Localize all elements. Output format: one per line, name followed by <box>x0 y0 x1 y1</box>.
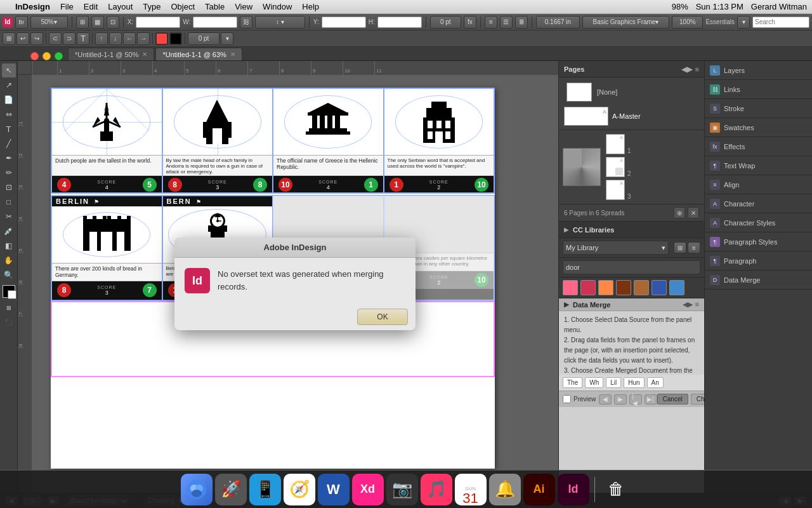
field-lil[interactable]: Lil <box>606 377 621 388</box>
field-wh[interactable]: Wh <box>585 377 603 388</box>
y-input[interactable] <box>322 17 366 28</box>
field-an[interactable]: An <box>647 377 664 388</box>
next-record[interactable]: ▶ <box>614 394 627 404</box>
hand-tool[interactable]: ✋ <box>2 253 16 267</box>
tab-1[interactable]: *Untitled-1-1 @ 50% ✕ <box>68 48 154 60</box>
page-thumb-3[interactable]: A <box>606 180 625 200</box>
dm-expand[interactable]: ◀▶ <box>683 300 693 309</box>
essentials-dropdown[interactable]: ▾ <box>737 16 750 29</box>
pen-tool[interactable]: ✒ <box>2 151 16 165</box>
app-name[interactable]: InDesign <box>15 2 50 11</box>
rect-tool[interactable]: □ <box>2 195 16 209</box>
tool-btn-1[interactable]: ⊞ <box>3 32 15 45</box>
x-input[interactable] <box>136 17 180 28</box>
panel-item-paragraph[interactable]: ¶ Paragraph <box>705 251 812 271</box>
frame-dropdown[interactable]: Basic Graphics Frame ▾ <box>582 16 669 29</box>
panel-item-char-styles[interactable]: A Character Styles <box>705 213 812 232</box>
first-record[interactable]: |◀ <box>629 394 642 404</box>
menu-help[interactable]: Help <box>302 2 319 11</box>
inches-display[interactable]: 0.1667 in <box>536 16 580 29</box>
prev-record[interactable]: ◀ <box>599 394 612 404</box>
w-input[interactable] <box>193 17 237 28</box>
panel-item-stroke[interactable]: S Stroke <box>705 99 812 118</box>
stroke-style[interactable]: ▾ <box>221 32 233 45</box>
swatch-6[interactable] <box>652 280 667 295</box>
menu-view[interactable]: View <box>235 2 252 11</box>
h-input[interactable] <box>377 17 422 28</box>
align-center[interactable]: ☰ <box>500 16 513 29</box>
swatch-1[interactable] <box>563 280 578 295</box>
menu-table[interactable]: Table <box>205 2 225 11</box>
eyedropper-tool[interactable]: 💉 <box>2 224 16 238</box>
tool-type[interactable]: T <box>77 32 89 45</box>
scissors-tool[interactable]: ✂ <box>2 210 16 224</box>
swatch-4[interactable] <box>616 280 631 295</box>
gradient-tool[interactable]: ◧ <box>2 239 16 253</box>
pages-panel-menu[interactable]: ≡ <box>695 65 699 73</box>
zoom-dropdown[interactable]: 50% ▾ <box>30 16 68 29</box>
field-hun[interactable]: Hun <box>624 377 644 388</box>
tool-col-3[interactable]: ← <box>123 32 136 45</box>
gap-tool[interactable]: ⇔ <box>2 107 16 121</box>
br-button[interactable]: Br <box>15 16 28 29</box>
tool-col-4[interactable]: → <box>137 32 150 45</box>
swatch-7[interactable] <box>669 280 684 295</box>
preview-checkbox[interactable] <box>563 395 571 403</box>
zoom-tool[interactable]: 🔍 <box>2 268 16 282</box>
tool-col-2[interactable]: ↓ <box>109 32 122 45</box>
align-left[interactable]: ≡ <box>485 16 497 29</box>
dm-menu[interactable]: ≡ <box>695 300 699 309</box>
panel-item-layers[interactable]: L Layers <box>705 61 812 80</box>
search-input[interactable] <box>752 17 809 28</box>
tab-1-close[interactable]: ✕ <box>142 51 147 58</box>
cc-grid-view[interactable]: ⊞ <box>674 242 686 253</box>
panel-item-para-styles[interactable]: ¶ Paragraph Styles <box>705 232 812 251</box>
view-mode-preview[interactable]: ⬛ <box>2 316 16 330</box>
view-options-2[interactable]: ▦ <box>91 16 104 29</box>
tool-btn-2[interactable]: ↩ <box>16 32 29 45</box>
fx-btn[interactable]: fx <box>464 16 476 29</box>
new-page-btn[interactable]: ⊕ <box>674 207 685 218</box>
pencil-tool[interactable]: ✏ <box>2 166 16 180</box>
tool-chain-2[interactable]: ⊃ <box>63 32 75 45</box>
constrain-btn[interactable]: ⛓ <box>240 16 252 29</box>
choose-btn[interactable]: Choose <box>691 394 704 404</box>
panel-item-swatches[interactable]: ▣ Swatches <box>705 118 812 137</box>
tab-2[interactable]: *Untitled-1-1 @ 63% ✕ <box>155 48 242 60</box>
view-mode-normal[interactable]: ⊠ <box>2 301 16 315</box>
cc-search-input[interactable] <box>563 260 700 274</box>
swatch-2[interactable] <box>580 280 596 295</box>
stroke-weight[interactable]: 0 pt <box>188 32 219 45</box>
panel-item-character[interactable]: A Character <box>705 194 812 213</box>
view-options-3[interactable]: ⊡ <box>107 16 119 29</box>
tool-btn-3[interactable]: ↪ <box>30 32 43 45</box>
percent-display[interactable]: 100% <box>672 16 703 29</box>
cc-list-view[interactable]: ≡ <box>688 242 700 253</box>
menu-window[interactable]: Window <box>263 2 292 11</box>
data-merge-collapse[interactable]: ▶ <box>564 300 569 309</box>
stroke-swatch-2[interactable] <box>169 32 182 45</box>
select-tool[interactable]: ↖ <box>2 64 16 77</box>
line-tool[interactable]: ╱ <box>2 137 16 150</box>
page-thumb-2[interactable]: A <box>606 157 625 177</box>
fill-stroke-indicator[interactable] <box>3 285 15 298</box>
cc-library-dropdown[interactable]: My Library ▾ <box>563 241 669 255</box>
panel-item-textwrap[interactable]: ¶ Text Wrap <box>705 156 812 175</box>
swatch-3[interactable] <box>598 280 613 295</box>
type-tool[interactable]: T <box>2 122 16 136</box>
tool-chain-1[interactable]: ⊂ <box>49 32 62 45</box>
field-the[interactable]: The <box>563 377 582 388</box>
stroke-swatch-1[interactable] <box>155 32 168 45</box>
rotate-btn[interactable]: 0 pt <box>430 16 461 29</box>
rect-frame-tool[interactable]: ⊡ <box>2 180 16 194</box>
swatch-5[interactable] <box>634 280 649 295</box>
zoom-button[interactable] <box>55 52 63 60</box>
cc-collapse-arrow[interactable]: ▶ <box>564 226 569 233</box>
panel-item-align[interactable]: ≡ Align <box>705 175 812 194</box>
panel-item-data-merge[interactable]: D Data Merge <box>705 271 812 290</box>
ok-button[interactable]: OK <box>357 309 408 325</box>
tab-2-close[interactable]: ✕ <box>230 51 235 58</box>
last-record[interactable]: ▶| <box>645 394 657 404</box>
dock-trash[interactable]: 🗑 <box>600 474 632 505</box>
color-wheel[interactable]: A <box>563 148 601 186</box>
